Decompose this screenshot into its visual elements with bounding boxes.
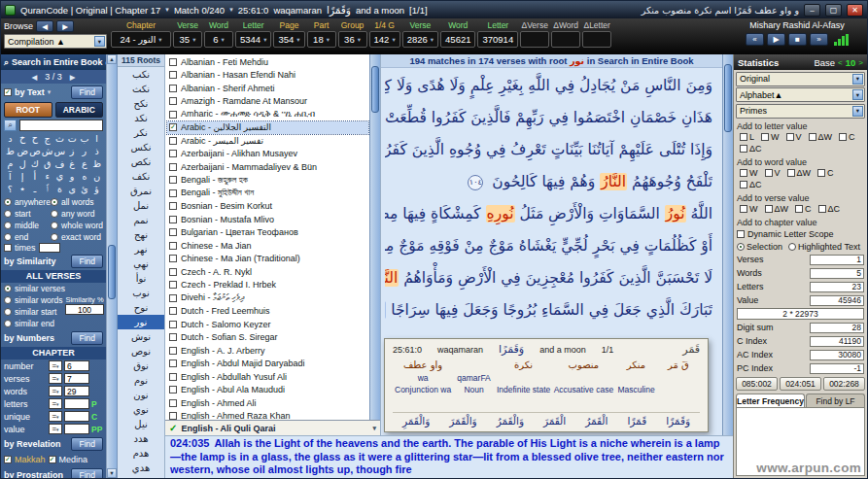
- translation-checkbox[interactable]: [169, 176, 177, 184]
- nav-field-value[interactable]: 35: [173, 31, 202, 48]
- value-add-option[interactable]: ΔC: [740, 180, 762, 189]
- previous-track-icon[interactable]: «: [746, 33, 764, 46]
- arabic-key[interactable]: ق: [41, 158, 53, 170]
- arabic-key[interactable]: ن: [90, 171, 103, 183]
- root-item[interactable]: نهر: [118, 242, 164, 257]
- nav-field-value[interactable]: 45621: [440, 31, 475, 48]
- arabic-key[interactable]: ت: [66, 133, 79, 145]
- nav-field-value[interactable]: 142: [369, 31, 400, 48]
- translation-item[interactable]: Bosnian - Besim Korkut: [167, 200, 368, 214]
- chevron-down-icon[interactable]: [94, 36, 105, 47]
- times-input[interactable]: [39, 243, 60, 253]
- nav-field-value[interactable]: 354: [273, 31, 304, 48]
- volume-bars-icon[interactable]: [834, 34, 849, 46]
- value-system-dropdown[interactable]: Original: [736, 72, 865, 86]
- scrollbar-thumb[interactable]: [371, 66, 379, 113]
- text-option[interactable]: exact word: [51, 231, 103, 243]
- chevron-down-icon[interactable]: [372, 425, 376, 432]
- quran-scrollbar[interactable]: [722, 54, 733, 435]
- translation-footer[interactable]: 024:035Allah is the Light of the heavens…: [164, 435, 733, 478]
- radio-icon[interactable]: [4, 296, 12, 304]
- quran-line[interactable]: هَذَانِ خَصْمَانِ اخْتَصَمُوا فِي رَبِّه…: [385, 102, 712, 134]
- quran-line[interactable]: اللَّهُ نُورُ السَّمَاوَاتِ وَالْأَرْضِ …: [385, 198, 712, 230]
- translation-checkbox[interactable]: [169, 268, 177, 276]
- word-form[interactable]: الْقَمَرَ: [543, 415, 566, 429]
- translation-checkbox[interactable]: [169, 163, 177, 171]
- translation-item[interactable]: English - Abdullah Yusuf Ali: [167, 370, 368, 384]
- similarity-percent-input[interactable]: 100: [65, 304, 104, 315]
- by-text-checkbox[interactable]: [4, 88, 12, 96]
- find-by-revelation-button[interactable]: Find: [71, 437, 103, 451]
- find-by-numbers-button[interactable]: Find: [71, 331, 103, 345]
- radio-icon[interactable]: [51, 222, 58, 229]
- root-item[interactable]: نكح: [118, 96, 164, 111]
- word-form[interactable]: وَالْقَمَرَ: [449, 415, 476, 429]
- next-track-icon[interactable]: »: [810, 33, 828, 46]
- root-item[interactable]: نكب: [118, 67, 164, 82]
- stats-tab[interactable]: Find by LF: [806, 393, 865, 407]
- comparison-dropdown[interactable]: =: [49, 386, 62, 396]
- radio-icon[interactable]: [51, 210, 58, 218]
- nav-field-value[interactable]: النور - 24: [111, 31, 171, 48]
- checkbox-icon[interactable]: [765, 205, 773, 213]
- arabic-key[interactable]: م: [4, 158, 17, 170]
- arabic-key[interactable]: ل: [17, 158, 29, 170]
- translation-checkbox[interactable]: [169, 333, 177, 341]
- translation-item[interactable]: English - A. J. Arberry: [167, 344, 368, 358]
- root-item[interactable]: نور: [118, 315, 164, 329]
- arabic-key[interactable]: ث: [53, 133, 66, 145]
- value-add-option[interactable]: ΔW: [809, 132, 833, 142]
- find-by-prostration-button[interactable]: Find: [71, 468, 103, 478]
- root-item[interactable]: نهي: [118, 257, 164, 271]
- quran-line[interactable]: تَبَارَكَ الَّذِي جَعَلَ فِي السَّمَاءِ …: [385, 294, 712, 326]
- arabic-key[interactable]: أ: [29, 171, 42, 183]
- criterion-value-input[interactable]: 29: [64, 386, 89, 396]
- translation-item[interactable]: Dutch - Sofian S. Siregar: [167, 331, 368, 345]
- checkbox-icon[interactable]: [740, 169, 747, 177]
- arabic-key[interactable]: ر: [79, 146, 91, 157]
- arabic-key[interactable]: ظ: [90, 158, 103, 170]
- next-result-icon[interactable]: ▶: [70, 73, 76, 82]
- translation-checkbox[interactable]: [169, 71, 177, 79]
- arabic-key[interactable]: د: [4, 133, 17, 145]
- translation-checkbox[interactable]: [169, 307, 177, 315]
- translation-item[interactable]: Dutch - Fred Leemhuis: [167, 305, 368, 319]
- translation-checkbox[interactable]: [169, 412, 177, 420]
- translation-item[interactable]: Albanian - Sherif Ahmeti: [167, 82, 368, 95]
- root-item[interactable]: نمرق: [118, 184, 164, 198]
- translation-item[interactable]: English - Abul Ala Maududi: [167, 384, 368, 397]
- checkbox-icon[interactable]: [740, 205, 747, 213]
- prev-result-icon[interactable]: ◀: [31, 73, 37, 82]
- criterion-value-input[interactable]: [64, 424, 89, 434]
- scroll-up-icon[interactable]: ▲: [107, 54, 117, 64]
- arabic-key[interactable]: ض: [17, 146, 29, 157]
- checkbox-icon[interactable]: [761, 133, 769, 141]
- value-add-option[interactable]: ΔC: [818, 204, 841, 214]
- browse-forward-icon[interactable]: ▶: [56, 20, 74, 32]
- quran-line[interactable]: لَا تَحْسَبَنَّ الَّذِينَ كَفَرُوا مُعْج…: [385, 262, 712, 294]
- translation-item[interactable]: Chinese - Ma Jian (Traditional): [167, 253, 368, 266]
- translation-item[interactable]: Amazigh - Ramdane At Mansour: [167, 95, 368, 109]
- root-item[interactable]: نوأ: [118, 271, 164, 286]
- text-option[interactable]: any word: [51, 208, 103, 220]
- translation-item[interactable]: Dutch - Salomo Keyzer: [167, 318, 368, 331]
- checkbox-icon[interactable]: [839, 133, 847, 141]
- keyboard-toggle-icon[interactable]: ⌕: [4, 120, 17, 131]
- comparison-dropdown[interactable]: =: [49, 398, 62, 409]
- root-item[interactable]: نمل: [118, 198, 164, 213]
- text-option[interactable]: middle: [4, 220, 51, 231]
- nav-field-value[interactable]: [582, 31, 611, 48]
- quran-line[interactable]: تَلْفَحُ وُجُوهَهُمُ النَّارُ وَهُمْ فِي…: [385, 166, 712, 198]
- value-add-option[interactable]: V: [786, 132, 802, 142]
- translation-checkbox[interactable]: [169, 347, 177, 355]
- chapter-caret-icon[interactable]: [165, 6, 169, 14]
- value-add-option[interactable]: W: [740, 204, 758, 214]
- checkbox-icon[interactable]: [740, 181, 747, 188]
- value-add-option[interactable]: ΔW: [787, 168, 812, 178]
- text-option[interactable]: all words: [51, 196, 103, 208]
- translation-item[interactable]: Bengali - জহুরুল হক: [167, 174, 368, 188]
- maximize-button[interactable]: ▢: [825, 4, 842, 17]
- find-by-text-button[interactable]: Find: [71, 86, 103, 99]
- value-add-option[interactable]: W: [761, 132, 780, 142]
- checkbox-icon[interactable]: [765, 169, 773, 177]
